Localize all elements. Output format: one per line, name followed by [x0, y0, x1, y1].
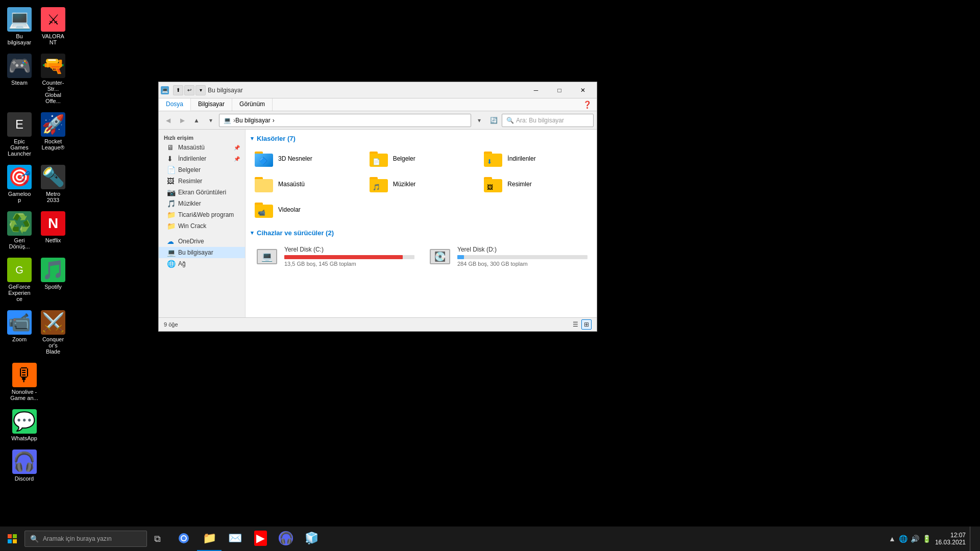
- drives-section-header: ▾ Cihazlar ve sürücüler (2): [251, 229, 592, 237]
- icon-steam[interactable]: 🎮 Steam: [5, 52, 34, 106]
- folder-muzikler[interactable]: 🎵 Müzikler: [365, 173, 477, 195]
- desktop: 💻 Bu bilgisayar ⚔ VALORANT 🎮 Steam 🔫 Cou…: [0, 0, 980, 551]
- tile-view-button[interactable]: ⊞: [581, 319, 592, 330]
- drive-d[interactable]: 💽 Yerel Disk (D:) 284 GB boş, 300 GB top…: [424, 242, 592, 271]
- tray-chevron[interactable]: ▲: [889, 535, 896, 543]
- drive-c[interactable]: 💻 Yerel Disk (C:) 13,5 GB boş, 145 GB to…: [251, 242, 419, 271]
- show-desktop-button[interactable]: [970, 527, 974, 551]
- search-box[interactable]: 🔍 Ara: Bu bilgisayar: [502, 114, 594, 127]
- address-path[interactable]: 💻 › Bu bilgisayar ›: [219, 114, 471, 127]
- taskbar-discord-app[interactable]: 🎧: [274, 527, 298, 551]
- folder-videolar-icon: 📹: [254, 202, 274, 218]
- geri-icon: ♻️: [7, 211, 32, 236]
- task-view-button[interactable]: ⧉: [147, 527, 167, 551]
- sidebar-item-bu-bilgisayar[interactable]: 💻 Bu bilgisayar: [159, 247, 245, 258]
- icon-row-5: G GeForce Experience 🎵 Spotify: [5, 256, 66, 304]
- folder-resimler-label: Resimler: [507, 181, 531, 188]
- icon-row-6: 📹 Zoom ⚔️ Conqueror's Blade: [5, 308, 66, 357]
- up-button[interactable]: ▲: [190, 114, 203, 127]
- sidebar-item-indirilenler[interactable]: ⬇ İndirilenler 📌: [159, 153, 245, 164]
- folder-belgeler[interactable]: 📄 Belgeler: [365, 147, 477, 170]
- taskbar-search[interactable]: 🔍 Aramak için buraya yazın: [24, 531, 147, 547]
- close-button[interactable]: ✕: [571, 82, 595, 98]
- ribbon-tabs: Dosya Bilgisayar Görünüm ❓: [159, 98, 597, 111]
- icon-conquerors[interactable]: ⚔️ Conqueror's Blade: [39, 308, 67, 357]
- start-button[interactable]: [0, 527, 24, 551]
- taskbar-mail[interactable]: ✉️: [223, 527, 247, 551]
- drive-d-caption: 284 GB boş, 300 GB toplam: [457, 261, 587, 267]
- taskbar-youtube[interactable]: ▶: [248, 527, 273, 551]
- tab-dosya[interactable]: Dosya: [159, 98, 191, 111]
- sidebar-item-ticari[interactable]: 📁 Ticari&Web program: [159, 209, 245, 220]
- folder-resimler[interactable]: 🖼 Resimler: [480, 173, 592, 195]
- list-view-button[interactable]: ☰: [570, 319, 580, 330]
- back-button[interactable]: ◀: [162, 114, 174, 127]
- taskbar: 🔍 Aramak için buraya yazın ⧉ 📁 ✉️ ▶: [0, 527, 980, 551]
- tray-volume-icon[interactable]: 🔊: [911, 535, 919, 543]
- svg-point-6: [182, 536, 186, 540]
- qa-icon-2[interactable]: ↩: [184, 85, 194, 95]
- metro-label: Metro 2033: [41, 191, 65, 203]
- rocket-label: Rocket League®: [41, 138, 65, 151]
- icon-geforce[interactable]: G GeForce Experience: [5, 256, 34, 304]
- sidebar-item-ekrangörüntüleri[interactable]: 📷 Ekran Görüntüleri: [159, 187, 245, 198]
- icon-bu-bilgisayar[interactable]: 💻 Bu bilgisayar: [5, 5, 34, 47]
- icon-whatsapp[interactable]: 💬 WhatsApp: [5, 407, 43, 443]
- sidebar-item-masaustu[interactable]: 🖥 Masaüstü 📌: [159, 142, 245, 153]
- drive-c-bar-container: [284, 255, 414, 259]
- folder-videolar[interactable]: 📹 Videolar: [251, 198, 362, 221]
- icon-zoom[interactable]: 📹 Zoom: [5, 308, 34, 357]
- minimize-button[interactable]: ─: [524, 82, 548, 98]
- sidebar-item-ag[interactable]: 🌐 Ağ: [159, 258, 245, 269]
- sidebar-divider: [159, 232, 245, 236]
- taskbar-chrome[interactable]: [172, 527, 196, 551]
- taskbar-right: ▲ 🌐 🔊 🔋 12:07 16.03.2021: [889, 527, 980, 551]
- tab-goruntum[interactable]: Görünüm: [232, 98, 273, 111]
- sidebar-item-belgeler[interactable]: 📄 Belgeler: [159, 164, 245, 176]
- icon-csgo[interactable]: 🔫 Counter-Str... Global Offe...: [39, 52, 67, 106]
- path-chevron: ›: [273, 117, 275, 124]
- folders-grid: 🔷 3D Nesneler 📄 Belgeler: [251, 147, 592, 221]
- taskbar-explorer[interactable]: 📁: [197, 527, 222, 551]
- dropdown-button[interactable]: ▾: [473, 114, 485, 127]
- refresh-button[interactable]: 🔄: [487, 114, 500, 127]
- sidebar-item-resimler[interactable]: 🖼 Resimler: [159, 176, 245, 187]
- tray-battery-icon[interactable]: 🔋: [922, 535, 931, 543]
- qa-icon-dropdown[interactable]: ▾: [195, 85, 206, 95]
- folder-masaustu[interactable]: Masaüstü: [251, 173, 362, 195]
- icon-valorant[interactable]: ⚔ VALORANT: [39, 5, 67, 47]
- drive-d-bar: [457, 255, 464, 259]
- icon-spotify[interactable]: 🎵 Spotify: [39, 256, 67, 304]
- tray-network-icon[interactable]: 🌐: [899, 535, 908, 543]
- icon-geri[interactable]: ♻️ Geri Dönüş...: [5, 209, 34, 252]
- icon-rocket[interactable]: 🚀 Rocket League®: [39, 110, 67, 159]
- help-button[interactable]: ❓: [578, 98, 597, 111]
- title-bar: 💻 ⬆ ↩ ▾ Bu bilgisayar ─ □ ✕: [159, 82, 597, 98]
- gameloop-icon: 🎯: [7, 165, 32, 189]
- sidebar-item-onedrive[interactable]: ☁ OneDrive: [159, 236, 245, 247]
- quick-access-title: Hızlı erişim: [159, 132, 245, 142]
- discord-taskbar-icon: 🎧: [279, 531, 293, 545]
- qa-icon-1[interactable]: ⬆: [173, 85, 183, 95]
- taskbar-cube-app[interactable]: 🧊: [299, 527, 324, 551]
- icon-discord[interactable]: 🎧 Discord: [5, 447, 43, 484]
- icon-nonolive[interactable]: 🎙 Nonolive - Game an...: [5, 361, 43, 403]
- folder-indirilenler[interactable]: ⬇ İndirilenler: [480, 147, 592, 170]
- icon-gameloop[interactable]: 🎯 Gameloop: [5, 163, 34, 205]
- taskbar-clock[interactable]: 12:07 16.03.2021: [935, 532, 966, 546]
- tab-bilgisayar[interactable]: Bilgisayar: [191, 98, 232, 111]
- folder-3d-nesneler[interactable]: 🔷 3D Nesneler: [251, 147, 362, 170]
- icon-metro[interactable]: 🔦 Metro 2033: [39, 163, 67, 205]
- maximize-button[interactable]: □: [548, 82, 571, 98]
- icon-epic[interactable]: E Epic Games Launcher: [5, 110, 34, 159]
- forward-button[interactable]: ▶: [176, 114, 188, 127]
- sidebar-item-wincrack[interactable]: 📁 Win Crack: [159, 220, 245, 232]
- taskbar-search-text: Aramak için buraya yazın: [43, 535, 112, 542]
- whatsapp-icon: 💬: [12, 409, 37, 434]
- windows-logo-icon: [8, 534, 17, 543]
- icon-netflix[interactable]: N Netflix: [39, 209, 67, 252]
- recent-locations-button[interactable]: ▾: [205, 114, 217, 127]
- sidebar-item-muzikler[interactable]: 🎵 Müzikler: [159, 198, 245, 209]
- folder-belgeler-icon: 📄: [369, 151, 389, 167]
- bu-bilgisayar-icon: 💻: [7, 7, 32, 32]
